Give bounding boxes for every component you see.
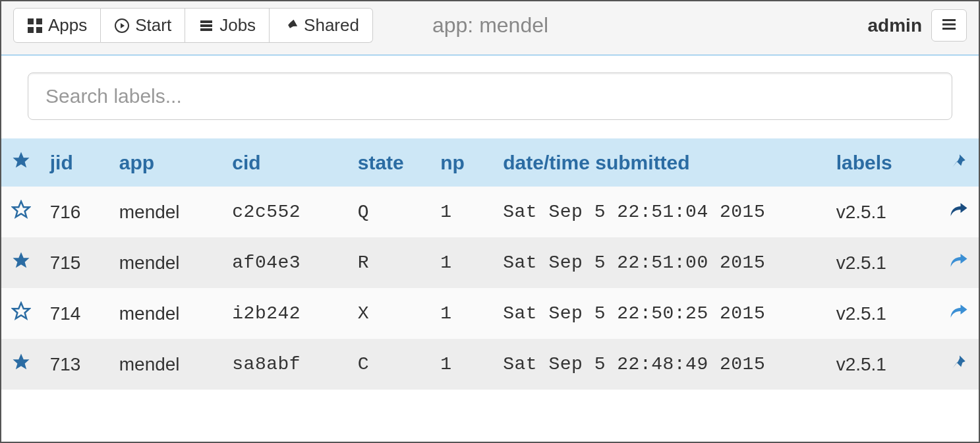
col-labels[interactable]: labels xyxy=(827,138,940,187)
row-action[interactable] xyxy=(939,237,979,288)
cell-datetime: Sat Sep 5 22:50:25 2015 xyxy=(494,288,826,339)
cell-np: 1 xyxy=(431,288,494,339)
pushpin-icon xyxy=(950,353,967,370)
col-jid[interactable]: jid xyxy=(41,138,110,187)
col-star[interactable] xyxy=(1,138,41,187)
table-row[interactable]: 713mendelsa8abfC1Sat Sep 5 22:48:49 2015… xyxy=(1,339,979,390)
cell-state: Q xyxy=(349,187,432,237)
search-wrap xyxy=(1,55,979,138)
cell-state: C xyxy=(349,339,432,390)
cell-labels: v2.5.1 xyxy=(827,339,940,390)
grid-icon xyxy=(27,18,43,34)
star-icon xyxy=(11,301,31,321)
cell-app: mendel xyxy=(110,339,223,390)
col-pin[interactable] xyxy=(939,138,979,187)
user-label: admin xyxy=(868,15,922,36)
cell-jid: 714 xyxy=(41,288,110,339)
share-icon xyxy=(949,301,969,321)
cell-state: X xyxy=(349,288,432,339)
pin-icon xyxy=(283,18,299,34)
cell-jid: 715 xyxy=(41,237,110,288)
cell-cid: sa8abf xyxy=(223,339,348,390)
star-icon xyxy=(11,352,31,372)
col-app[interactable]: app xyxy=(110,138,223,187)
stack-icon xyxy=(198,18,214,34)
cell-cid: af04e3 xyxy=(223,237,348,288)
cell-cid: i2b242 xyxy=(223,288,348,339)
play-icon xyxy=(114,18,130,34)
cell-datetime: Sat Sep 5 22:51:04 2015 xyxy=(494,187,826,237)
table-header-row: jid app cid state np date/time submitted… xyxy=(1,138,979,187)
app-name: mendel xyxy=(479,13,548,37)
jobs-label: Jobs xyxy=(219,15,256,36)
nav-button-group: Apps Start Jobs Shared xyxy=(13,8,373,43)
cell-state: R xyxy=(349,237,432,288)
cell-np: 1 xyxy=(431,237,494,288)
shared-label: Shared xyxy=(304,15,359,36)
row-star[interactable] xyxy=(1,339,41,390)
jobs-table: jid app cid state np date/time submitted… xyxy=(1,138,979,390)
col-cid[interactable]: cid xyxy=(223,138,348,187)
start-label: Start xyxy=(135,15,171,36)
row-star[interactable] xyxy=(1,237,41,288)
row-star[interactable] xyxy=(1,187,41,237)
star-icon xyxy=(11,251,31,270)
table-row[interactable]: 714mendeli2b242X1Sat Sep 5 22:50:25 2015… xyxy=(1,288,979,339)
jobs-button[interactable]: Jobs xyxy=(185,8,270,43)
col-state[interactable]: state xyxy=(349,138,432,187)
cell-datetime: Sat Sep 5 22:51:00 2015 xyxy=(494,237,826,288)
table-row[interactable]: 715mendelaf04e3R1Sat Sep 5 22:51:00 2015… xyxy=(1,237,979,288)
cell-cid: c2c552 xyxy=(223,187,348,237)
star-icon xyxy=(11,150,31,170)
pushpin-icon xyxy=(950,152,967,169)
cell-app: mendel xyxy=(110,187,223,237)
star-icon xyxy=(11,200,31,220)
row-action[interactable] xyxy=(939,339,979,390)
app-prefix: app: xyxy=(432,13,479,37)
table-row[interactable]: 716mendelc2c552Q1Sat Sep 5 22:51:04 2015… xyxy=(1,187,979,237)
share-icon xyxy=(949,200,969,220)
row-star[interactable] xyxy=(1,288,41,339)
row-action[interactable] xyxy=(939,187,979,237)
app-title: app: mendel xyxy=(432,13,548,38)
menu-button[interactable] xyxy=(931,9,967,42)
share-icon xyxy=(949,251,969,270)
hamburger-icon xyxy=(941,16,957,32)
apps-button[interactable]: Apps xyxy=(13,8,101,43)
cell-jid: 713 xyxy=(41,339,110,390)
cell-np: 1 xyxy=(431,339,494,390)
cell-labels: v2.5.1 xyxy=(827,237,940,288)
cell-np: 1 xyxy=(431,187,494,237)
col-datetime[interactable]: date/time submitted xyxy=(494,138,826,187)
cell-labels: v2.5.1 xyxy=(827,187,940,237)
topbar: Apps Start Jobs Shared app: mendel admin xyxy=(1,1,979,55)
cell-app: mendel xyxy=(110,237,223,288)
col-np[interactable]: np xyxy=(431,138,494,187)
start-button[interactable]: Start xyxy=(101,8,185,43)
shared-button[interactable]: Shared xyxy=(270,8,373,43)
search-input[interactable] xyxy=(28,73,952,120)
apps-label: Apps xyxy=(48,15,87,36)
cell-labels: v2.5.1 xyxy=(827,288,940,339)
cell-datetime: Sat Sep 5 22:48:49 2015 xyxy=(494,339,826,390)
cell-app: mendel xyxy=(110,288,223,339)
row-action[interactable] xyxy=(939,288,979,339)
cell-jid: 716 xyxy=(41,187,110,237)
